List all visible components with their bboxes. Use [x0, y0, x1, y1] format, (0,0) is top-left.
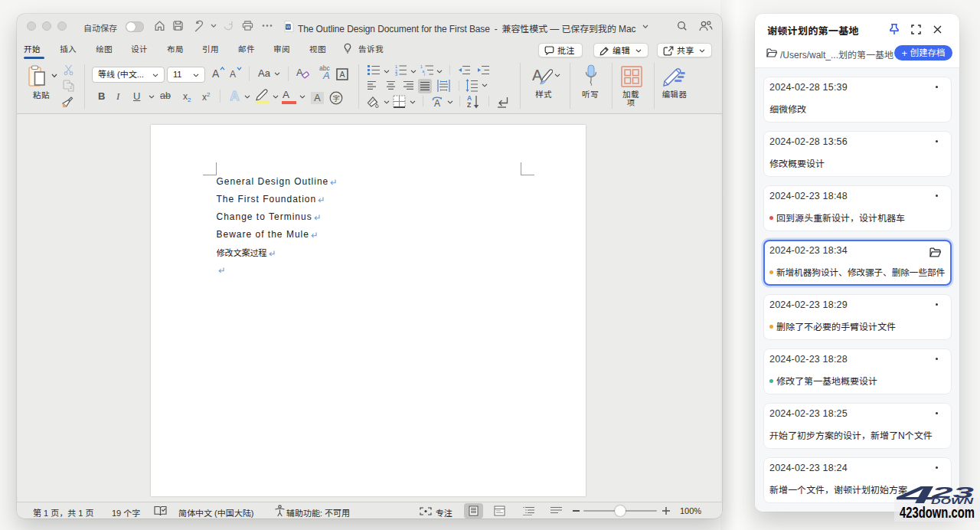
- svg-text:A: A: [230, 89, 239, 102]
- svg-text:i: i: [424, 72, 425, 76]
- svg-text:W: W: [286, 25, 291, 29]
- svg-text:423down.com: 423down.com: [900, 503, 975, 521]
- svg-text:3: 3: [395, 72, 397, 76]
- svg-text:A: A: [339, 70, 345, 79]
- svg-text:A: A: [296, 67, 303, 78]
- svg-text:字: 字: [332, 93, 340, 103]
- svg-text:A: A: [322, 70, 330, 80]
- svg-text:A: A: [532, 67, 543, 83]
- svg-text:Z: Z: [467, 101, 471, 109]
- svg-text:A: A: [434, 98, 440, 109]
